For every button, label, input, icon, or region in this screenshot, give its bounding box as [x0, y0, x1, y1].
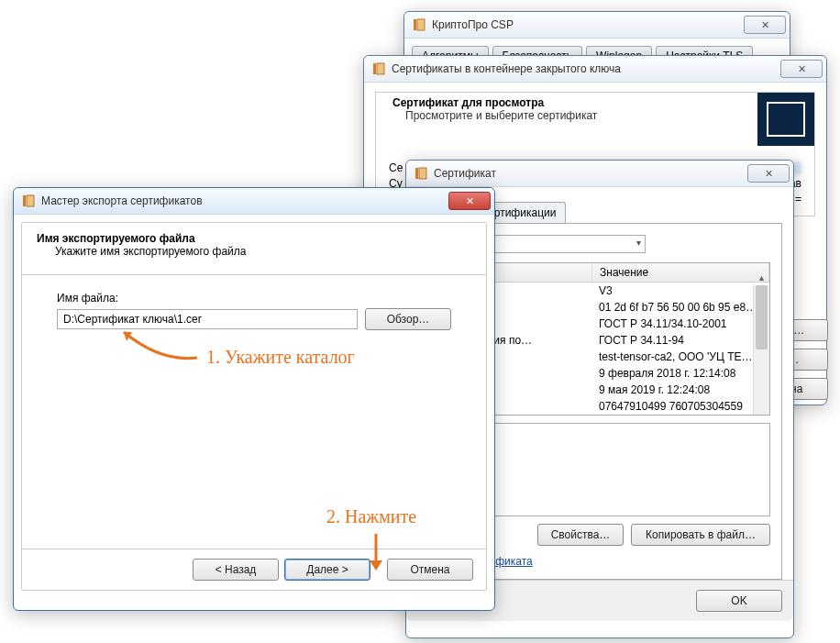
titlebar-csp: КриптоПро CSP ✕	[404, 12, 790, 39]
titlebar-wizard: Мастер экспорта сертификатов ✕	[14, 188, 494, 215]
header-title: Сертификат для просмотра	[392, 96, 752, 109]
svg-rect-3	[377, 63, 384, 74]
titlebar-cert: Сертификат ✕	[406, 161, 793, 187]
svg-rect-4	[415, 168, 418, 179]
titlebar-container: Сертификаты в контейнере закрытого ключа…	[364, 56, 826, 83]
app-icon	[371, 61, 386, 76]
close-button[interactable]: ✕	[744, 16, 786, 34]
col-value-header: Значение	[592, 263, 769, 282]
app-icon	[21, 194, 36, 208]
header-subtitle: Просмотрите и выберите сертификат	[392, 109, 752, 122]
svg-rect-2	[373, 63, 376, 74]
window-title: Мастер экспорта сертификатов	[41, 194, 203, 207]
cancel-button[interactable]: Отмена	[387, 559, 473, 581]
browse-button[interactable]: Обзор…	[365, 308, 451, 330]
file-name-label: Имя файла:	[57, 292, 451, 305]
svg-rect-7	[27, 195, 34, 206]
wizard-inner: Имя файла: Обзор…	[22, 281, 486, 341]
back-button[interactable]: < Назад	[193, 559, 279, 581]
wizard-heading: Имя экспортируемого файла	[37, 232, 471, 245]
copy-to-file-button[interactable]: Копировать в файл…	[631, 524, 770, 546]
scroll-up-icon[interactable]: ▲	[754, 270, 769, 285]
scrollbar[interactable]: ▲	[753, 285, 769, 415]
wizard-subheading: Укажите имя экспортируемого файла	[37, 245, 471, 258]
divider	[22, 274, 486, 275]
close-button[interactable]: ✕	[448, 192, 491, 210]
file-name-input[interactable]	[57, 309, 358, 329]
window-title: Сертификат	[434, 167, 496, 180]
scroll-thumb[interactable]	[756, 285, 768, 349]
window-export-wizard: Мастер экспорта сертификатов ✕ Имя экспо…	[13, 187, 495, 611]
next-button[interactable]: Далее >	[284, 559, 370, 581]
wizard-header: Имя экспортируемого файла Укажите имя эк…	[22, 223, 486, 269]
wizard-footer: < Назад Далее > Отмена	[22, 549, 486, 590]
app-icon	[412, 17, 426, 32]
svg-rect-1	[417, 19, 425, 30]
close-button[interactable]: ✕	[747, 164, 790, 183]
ok-button[interactable]: OK	[696, 590, 782, 612]
window-title: Сертификаты в контейнере закрытого ключа	[392, 62, 621, 75]
certificate-icon	[757, 93, 814, 146]
window-title: КриптоПро CSP	[432, 18, 514, 31]
svg-rect-5	[419, 168, 426, 179]
svg-rect-6	[23, 195, 26, 206]
app-icon	[414, 166, 428, 181]
properties-button[interactable]: Свойства…	[537, 524, 624, 546]
close-button[interactable]: ✕	[780, 60, 823, 78]
wizard-body: Имя экспортируемого файла Укажите имя эк…	[21, 222, 487, 591]
svg-rect-0	[414, 19, 416, 30]
